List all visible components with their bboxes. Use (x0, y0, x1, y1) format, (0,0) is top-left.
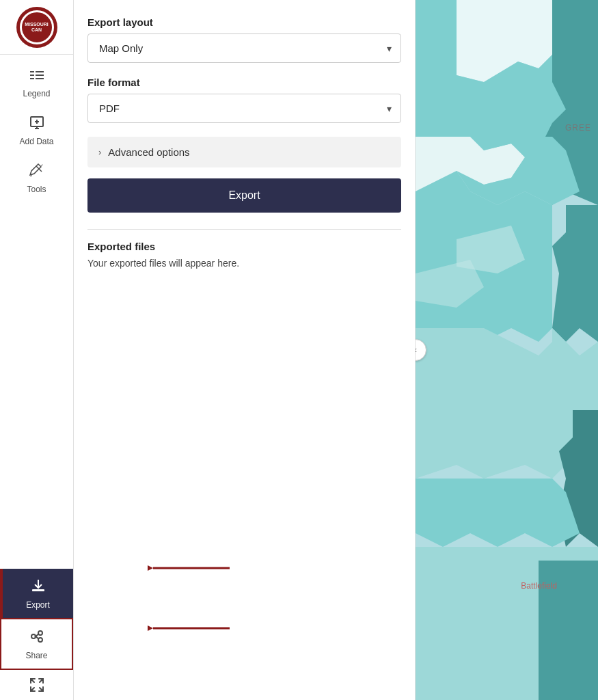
sidebar-share-section: Share (0, 618, 73, 670)
arrow-share-svg (148, 618, 236, 638)
arrow-export-svg (148, 558, 236, 578)
arrow-export-annotation (148, 558, 236, 578)
map-svg (416, 0, 598, 700)
legend-label: Legend (23, 89, 50, 98)
map-label-green: GREE (565, 123, 591, 133)
file-format-wrapper: PDF PNG JPEG ▾ (87, 94, 401, 123)
advanced-options-label: Advanced options (108, 146, 189, 158)
add-data-label: Add Data (19, 137, 53, 146)
advanced-options-row[interactable]: › Advanced options (87, 137, 401, 167)
sidebar-zoom-area (22, 670, 52, 700)
share-icon (28, 628, 46, 648)
tools-icon (29, 163, 45, 182)
file-format-label: File format (87, 77, 401, 88)
logo-area: MISSOURICAN (0, 0, 74, 55)
exported-files-message: Your exported files will appear here. (87, 258, 401, 269)
export-layout-wrapper: Map Only Map with Legend Full Layout ▾ (87, 33, 401, 63)
svg-rect-0 (30, 71, 34, 72)
sidebar-item-share[interactable]: Share (1, 619, 72, 669)
file-format-select[interactable]: PDF PNG JPEG (87, 94, 401, 123)
map-area: ‹ (416, 0, 598, 700)
share-label: Share (25, 651, 47, 660)
exported-files-title: Exported files (87, 241, 401, 252)
advanced-chevron-icon: › (98, 147, 101, 157)
logo-inner: MISSOURICAN (20, 10, 54, 44)
sidebar: MISSOURICAN Legend (0, 0, 74, 700)
panel-container: Export layout Map Only Map with Legend F… (74, 0, 416, 700)
export-label: Export (26, 600, 50, 610)
svg-rect-3 (36, 71, 44, 72)
map-label-battlefield: Battlefield (521, 581, 557, 591)
logo-text: MISSOURICAN (25, 22, 49, 32)
arrow-share-annotation (148, 618, 236, 638)
logo-circle: MISSOURICAN (16, 7, 57, 48)
export-layout-select[interactable]: Map Only Map with Legend Full Layout (87, 33, 401, 63)
svg-point-14 (38, 631, 42, 635)
panel-divider (87, 229, 401, 230)
export-layout-label: Export layout (87, 16, 401, 28)
sidebar-export-section: Export (0, 569, 73, 618)
expand-icon[interactable] (29, 677, 45, 693)
svg-rect-1 (30, 75, 34, 76)
sidebar-item-tools[interactable]: Tools (0, 154, 73, 202)
add-data-icon (29, 115, 45, 134)
legend-icon (29, 70, 45, 86)
sidebar-item-legend[interactable]: Legend (0, 62, 73, 107)
svg-rect-4 (36, 75, 44, 76)
export-panel: Export layout Map Only Map with Legend F… (74, 0, 416, 700)
export-icon (29, 577, 47, 597)
svg-rect-12 (32, 589, 44, 591)
svg-marker-30 (416, 479, 580, 547)
tools-label: Tools (27, 185, 46, 194)
svg-rect-2 (30, 78, 34, 79)
svg-rect-5 (36, 78, 44, 79)
svg-point-15 (38, 638, 42, 642)
export-button[interactable]: Export (87, 178, 401, 213)
sidebar-item-export[interactable]: Export (3, 569, 73, 618)
sidebar-item-add-data[interactable]: Add Data (0, 107, 73, 154)
svg-point-13 (31, 634, 36, 638)
